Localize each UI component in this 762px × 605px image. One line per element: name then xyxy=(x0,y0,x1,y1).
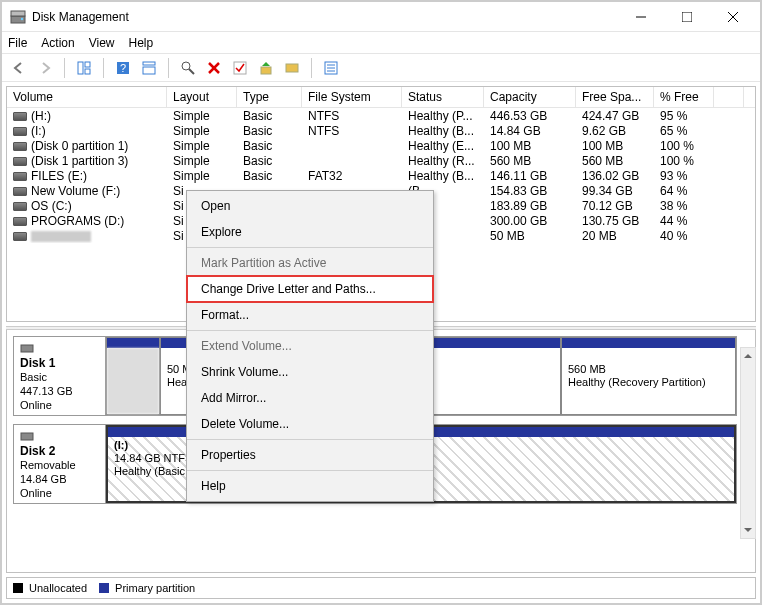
ctx-properties[interactable]: Properties xyxy=(187,442,433,468)
svg-point-2 xyxy=(21,17,23,19)
disk2-name: Disk 2 xyxy=(20,444,99,458)
cell-cap: 446.53 GB xyxy=(484,109,576,123)
minimize-button[interactable] xyxy=(618,3,664,31)
table-row[interactable]: (Disk 0 partition 1)SimpleBasicHealthy (… xyxy=(7,138,755,153)
header-filesystem[interactable]: File System xyxy=(302,87,402,107)
header-layout[interactable]: Layout xyxy=(167,87,237,107)
forward-button[interactable] xyxy=(34,57,56,79)
mmc-button[interactable] xyxy=(281,57,303,79)
cell-pct: 64 % xyxy=(654,184,714,198)
cell-cap: 14.84 GB xyxy=(484,124,576,138)
views-button[interactable] xyxy=(73,57,95,79)
ctx-mark-active: Mark Partition as Active xyxy=(187,250,433,276)
disk1-status: Online xyxy=(20,399,52,411)
cell-free: 9.62 GB xyxy=(576,124,654,138)
cell-pct: 95 % xyxy=(654,109,714,123)
volume-icon xyxy=(13,232,27,241)
menu-help[interactable]: Help xyxy=(129,36,154,50)
svg-point-14 xyxy=(182,62,190,70)
disk1-partition-recovery[interactable]: 560 MBHealthy (Recovery Partition) xyxy=(561,337,736,415)
cell-type: Basic xyxy=(237,124,302,138)
svg-rect-20 xyxy=(286,64,298,72)
svg-rect-25 xyxy=(21,345,33,352)
app-icon xyxy=(10,9,26,25)
disk1-type: Basic xyxy=(20,371,47,383)
window-controls xyxy=(618,3,756,31)
cell-volume xyxy=(7,229,167,243)
back-button[interactable] xyxy=(8,57,30,79)
cell-volume: (Disk 0 partition 1) xyxy=(7,139,167,153)
cell-layout: Simple xyxy=(167,154,237,168)
disk1-size: 447.13 GB xyxy=(20,385,73,397)
cell-free: 136.02 GB xyxy=(576,169,654,183)
close-button[interactable] xyxy=(710,3,756,31)
legend-primary: Primary partition xyxy=(115,582,195,594)
volume-icon xyxy=(13,142,27,151)
cell-fs: FAT32 xyxy=(302,169,402,183)
header-pctfree[interactable]: % Free xyxy=(654,87,714,107)
scroll-up-icon[interactable] xyxy=(741,348,755,364)
maximize-button[interactable] xyxy=(664,3,710,31)
titlebar: Disk Management xyxy=(2,2,760,32)
cell-cap: 146.11 GB xyxy=(484,169,576,183)
up-button[interactable] xyxy=(255,57,277,79)
cell-type: Basic xyxy=(237,154,302,168)
menu-file[interactable]: File xyxy=(8,36,27,50)
scroll-down-icon[interactable] xyxy=(741,522,755,538)
layout-button[interactable] xyxy=(138,57,160,79)
ctx-format[interactable]: Format... xyxy=(187,302,433,328)
header-free[interactable]: Free Spa... xyxy=(576,87,654,107)
disk1-info: Disk 1 Basic 447.13 GB Online xyxy=(14,337,106,415)
check-button[interactable] xyxy=(229,57,251,79)
cell-status: Healthy (B... xyxy=(402,169,484,183)
table-row[interactable]: FILES (E:)SimpleBasicFAT32Healthy (B...1… xyxy=(7,168,755,183)
table-row[interactable]: (H:)SimpleBasicNTFSHealthy (P...446.53 G… xyxy=(7,108,755,123)
cell-volume: (Disk 1 partition 3) xyxy=(7,154,167,168)
help-button[interactable]: ? xyxy=(112,57,134,79)
volume-icon xyxy=(13,187,27,196)
svg-rect-12 xyxy=(143,62,155,65)
cell-status: Healthy (B... xyxy=(402,124,484,138)
delete-button[interactable] xyxy=(203,57,225,79)
vertical-scrollbar[interactable] xyxy=(740,347,756,539)
cell-cap: 100 MB xyxy=(484,139,576,153)
table-row[interactable]: (Disk 1 partition 3)SimpleBasicHealthy (… xyxy=(7,153,755,168)
volume-icon xyxy=(13,172,27,181)
svg-rect-4 xyxy=(682,12,692,22)
legend: Unallocated Primary partition xyxy=(6,577,756,599)
toolbar: ? xyxy=(2,54,760,82)
ctx-change-drive-letter[interactable]: Change Drive Letter and Paths... xyxy=(187,276,433,302)
cell-volume: OS (C:) xyxy=(7,199,167,213)
zoom-button[interactable] xyxy=(177,57,199,79)
disk2-type: Removable xyxy=(20,459,76,471)
cell-pct: 38 % xyxy=(654,199,714,213)
legend-swatch-unallocated xyxy=(13,583,23,593)
menu-action[interactable]: Action xyxy=(41,36,74,50)
header-type[interactable]: Type xyxy=(237,87,302,107)
header-extra[interactable] xyxy=(714,87,744,107)
properties-button[interactable] xyxy=(320,57,342,79)
cell-volume: PROGRAMS (D:) xyxy=(7,214,167,228)
context-menu: Open Explore Mark Partition as Active Ch… xyxy=(186,190,434,502)
cell-fs: NTFS xyxy=(302,124,402,138)
table-header: Volume Layout Type File System Status Ca… xyxy=(7,87,755,108)
header-volume[interactable]: Volume xyxy=(7,87,167,107)
disk1-partition-1[interactable] xyxy=(106,337,160,415)
table-row[interactable]: (I:)SimpleBasicNTFSHealthy (B...14.84 GB… xyxy=(7,123,755,138)
header-capacity[interactable]: Capacity xyxy=(484,87,576,107)
ctx-explore[interactable]: Explore xyxy=(187,219,433,245)
menu-view[interactable]: View xyxy=(89,36,115,50)
cell-pct: 100 % xyxy=(654,139,714,153)
svg-rect-26 xyxy=(21,433,33,440)
ctx-delete-volume[interactable]: Delete Volume... xyxy=(187,411,433,437)
ctx-open[interactable]: Open xyxy=(187,193,433,219)
ctx-add-mirror[interactable]: Add Mirror... xyxy=(187,385,433,411)
window-title: Disk Management xyxy=(32,10,618,24)
disk2-status: Online xyxy=(20,487,52,499)
cell-free: 130.75 GB xyxy=(576,214,654,228)
ctx-help[interactable]: Help xyxy=(187,473,433,499)
svg-rect-8 xyxy=(85,62,90,67)
ctx-shrink-volume[interactable]: Shrink Volume... xyxy=(187,359,433,385)
header-status[interactable]: Status xyxy=(402,87,484,107)
cell-free: 20 MB xyxy=(576,229,654,243)
